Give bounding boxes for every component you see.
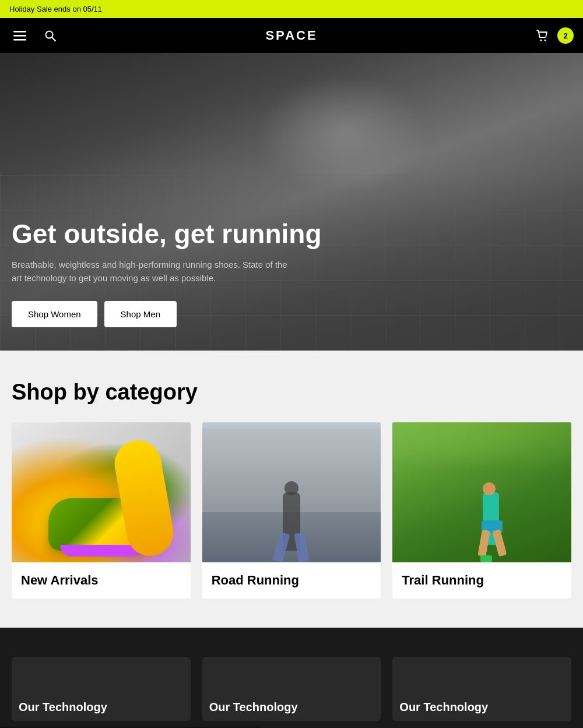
svg-point-5	[540, 40, 542, 41]
svg-rect-0	[13, 31, 26, 33]
tech-card-2-title: Our Technology	[209, 701, 298, 714]
category-card-road-running[interactable]: Road Running	[202, 422, 381, 598]
svg-rect-1	[13, 35, 26, 37]
trail-running-visual	[392, 422, 571, 562]
new-arrivals-visual	[12, 422, 191, 562]
hero-title: Get outside, get running	[12, 219, 322, 249]
shop-women-button[interactable]: Shop Women	[12, 301, 97, 327]
search-icon	[44, 30, 56, 41]
announcement-bar: Holiday Sale ends on 05/11	[0, 0, 583, 18]
tech-grid: Our Technology Our Technology Our Techno…	[12, 657, 571, 721]
tech-card-1: Our Technology	[12, 657, 191, 721]
trail-shoe-1	[480, 555, 492, 562]
search-button[interactable]	[40, 25, 61, 46]
nav-left	[9, 25, 61, 46]
cart-button[interactable]	[532, 25, 553, 46]
tech-card-2: Our Technology	[202, 657, 381, 721]
svg-line-4	[52, 37, 55, 41]
hero-buttons: Shop Women Shop Men	[12, 301, 322, 327]
tech-card-3-title: Our Technology	[399, 701, 488, 714]
cart-icon	[536, 29, 549, 42]
shop-men-button[interactable]: Shop Men	[104, 301, 177, 327]
category-card-trail-running[interactable]: Trail Running	[392, 422, 571, 598]
category-image-new-arrivals	[12, 422, 191, 562]
svg-point-6	[545, 40, 546, 41]
tech-card-1-title: Our Technology	[19, 701, 107, 714]
technology-section: Our Technology Our Technology Our Techno…	[0, 628, 583, 728]
svg-rect-2	[13, 39, 26, 41]
trail-running-label: Trail Running	[392, 562, 571, 598]
new-arrivals-label: New Arrivals	[12, 562, 191, 598]
menu-button[interactable]	[9, 25, 30, 46]
tech-card-3: Our Technology	[392, 657, 571, 721]
hero-shoe-blur	[257, 76, 431, 193]
hero-content: Get outside, get running Breathable, wei…	[0, 219, 333, 327]
category-section: Shop by category New Arrivals	[0, 351, 583, 628]
nav-right: 2	[532, 25, 574, 46]
cart-count-badge: 2	[557, 27, 574, 44]
navigation: SPACE 2	[0, 18, 583, 53]
category-image-trail-running	[392, 422, 571, 562]
category-image-road-running	[202, 422, 381, 562]
road-running-visual	[202, 422, 381, 562]
shoe-sole	[60, 545, 142, 556]
runner-head	[285, 481, 298, 495]
category-card-new-arrivals[interactable]: New Arrivals	[12, 422, 191, 598]
road-running-label: Road Running	[202, 562, 381, 598]
hero-section: Get outside, get running Breathable, wei…	[0, 53, 583, 351]
site-logo[interactable]: SPACE	[265, 28, 317, 43]
category-grid: New Arrivals Road Running	[12, 422, 571, 598]
trail-runner-head	[483, 482, 496, 495]
foliage	[392, 422, 571, 478]
hero-subtitle: Breathable, weightless and high-performi…	[12, 258, 292, 285]
announcement-text: Holiday Sale ends on 05/11	[9, 5, 102, 13]
menu-icon	[13, 29, 26, 42]
category-section-title: Shop by category	[12, 380, 571, 405]
